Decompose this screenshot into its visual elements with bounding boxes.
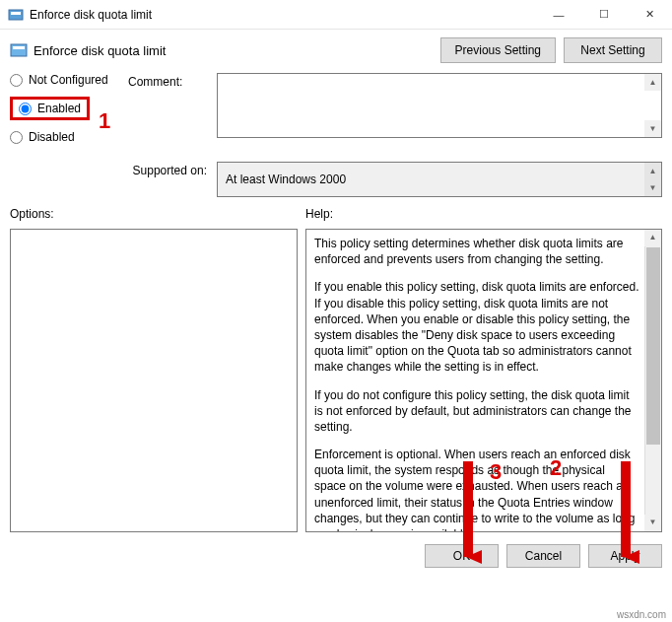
maximize-button[interactable]: ☐ (581, 0, 627, 29)
annotation-marker-3: 3 (490, 459, 502, 485)
ok-button[interactable]: OK (425, 544, 499, 568)
watermark: wsxdn.com (617, 609, 666, 620)
scroll-thumb[interactable] (646, 247, 660, 445)
radio-enabled[interactable]: Enabled (10, 97, 90, 120)
options-label: Options: (10, 207, 305, 221)
policy-name-label: Enforce disk quota limit (34, 43, 166, 58)
scroll-down-icon[interactable]: ▼ (644, 515, 661, 531)
scroll-up-icon[interactable]: ▲ (644, 230, 661, 246)
supported-on-value: At least Windows 2000 (226, 173, 346, 186)
previous-setting-button[interactable]: Previous Setting (440, 37, 556, 63)
comment-label: Comment: (128, 73, 217, 154)
scroll-up-icon[interactable]: ▲ (644, 163, 661, 179)
help-pane: This policy setting determines whether d… (305, 229, 662, 532)
radio-not-configured[interactable]: Not Configured (10, 73, 128, 87)
options-pane (10, 229, 298, 532)
help-label: Help: (305, 207, 333, 221)
minimize-button[interactable]: — (536, 0, 581, 29)
annotation-marker-2: 2 (550, 455, 562, 481)
window-title: Enforce disk quota limit (30, 8, 536, 22)
next-setting-button[interactable]: Next Setting (564, 37, 662, 63)
help-text: This policy setting determines whether d… (314, 236, 639, 267)
apply-button[interactable]: Apply (588, 544, 662, 568)
scroll-down-icon[interactable]: ▼ (644, 179, 661, 196)
svg-rect-3 (13, 46, 25, 49)
comment-textarea[interactable]: ▲ ▼ (217, 73, 662, 138)
window-icon (8, 7, 24, 23)
supported-on-label: Supported on: (10, 162, 217, 197)
help-text: Enforcement is optional. When users reac… (314, 447, 639, 532)
cancel-button[interactable]: Cancel (506, 544, 580, 568)
scroll-down-icon[interactable]: ▼ (644, 120, 661, 137)
radio-label: Not Configured (29, 73, 108, 87)
radio-label: Enabled (37, 102, 81, 115)
help-scrollbar[interactable]: ▲ ▼ (644, 230, 661, 531)
scroll-up-icon[interactable]: ▲ (644, 74, 661, 91)
close-button[interactable]: ✕ (627, 0, 672, 29)
policy-icon (10, 41, 28, 59)
svg-rect-1 (11, 12, 21, 15)
annotation-marker-1: 1 (99, 110, 110, 132)
supported-on-field: At least Windows 2000 ▲ ▼ (217, 162, 662, 197)
radio-label: Disabled (29, 130, 75, 144)
svg-rect-2 (11, 44, 27, 56)
help-text: If you enable this policy setting, disk … (314, 279, 639, 375)
help-text: If you do not configure this policy sett… (314, 387, 639, 436)
radio-disabled[interactable]: Disabled (10, 130, 128, 144)
